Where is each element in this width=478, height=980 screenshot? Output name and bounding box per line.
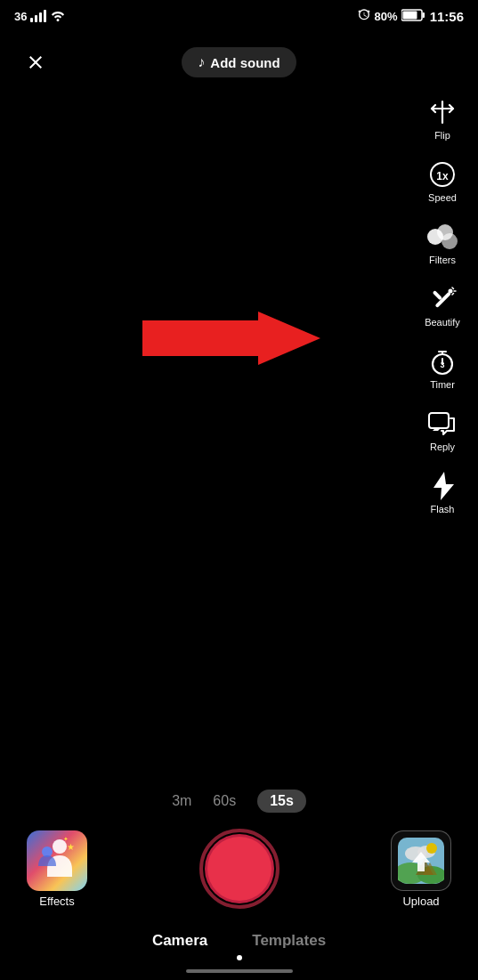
tab-templates-label: Templates (252, 928, 326, 952)
svg-point-7 (442, 233, 458, 249)
record-button[interactable] (199, 829, 280, 909)
sidebar-item-flash[interactable]: Flash (417, 463, 467, 522)
flip-label: Flip (434, 130, 450, 141)
bottom-section: 3m 60s 15s ★ ✦ (0, 779, 478, 980)
arrow-pointer (142, 303, 320, 377)
svg-marker-14 (142, 312, 320, 365)
svg-rect-1 (422, 12, 425, 18)
add-sound-button[interactable]: ♪ Add sound (182, 47, 296, 77)
upload-label: Upload (402, 895, 439, 908)
beautify-icon (426, 283, 458, 315)
tab-camera[interactable]: Camera (152, 932, 207, 950)
signal-bars (30, 10, 46, 22)
speed-label: Speed (428, 192, 457, 203)
home-indicator-bar (0, 962, 478, 980)
sidebar-item-beautify[interactable]: Beautify (417, 276, 467, 335)
status-left: 36 (14, 9, 66, 24)
signal-text: 36 (14, 10, 27, 23)
duration-row: 3m 60s 15s (0, 779, 478, 820)
time-display: 11:56 (430, 9, 464, 24)
active-tab-dot (237, 955, 242, 960)
add-sound-label: Add sound (210, 55, 280, 70)
svg-text:✦: ✦ (63, 836, 69, 842)
filters-icon (426, 221, 458, 253)
sidebar-item-timer[interactable]: 3 Timer (417, 338, 467, 397)
effects-button[interactable]: ★ ✦ Effects (27, 830, 87, 908)
effects-label: Effects (39, 895, 75, 908)
close-button[interactable] (18, 45, 53, 80)
alarm-icon (357, 8, 371, 25)
top-bar: ♪ Add sound (0, 45, 478, 80)
record-outer-ring (199, 829, 280, 909)
battery-icon (401, 9, 425, 24)
flash-icon (426, 470, 458, 502)
timer-label: Timer (430, 379, 455, 390)
upload-button[interactable]: Upload (391, 830, 451, 908)
status-bar: 36 80% 11:56 (0, 0, 478, 32)
speed-icon: 1x (426, 158, 458, 190)
svg-text:1x: 1x (436, 170, 449, 182)
right-sidebar: Flip 1x Speed Filters (417, 89, 467, 522)
music-note-icon: ♪ (198, 54, 205, 70)
tab-camera-label: Camera (152, 928, 207, 952)
effects-icon: ★ ✦ (27, 830, 87, 891)
flip-icon (426, 96, 458, 128)
svg-rect-2 (402, 11, 417, 19)
status-right: 80% 11:56 (357, 8, 464, 25)
duration-60s[interactable]: 60s (213, 793, 236, 809)
svg-rect-13 (429, 413, 449, 428)
sidebar-item-speed[interactable]: 1x Speed (417, 151, 467, 210)
upload-icon (391, 830, 451, 891)
battery-percent: 80% (375, 10, 398, 23)
wifi-icon (50, 9, 66, 24)
svg-text:★: ★ (67, 842, 75, 852)
sidebar-item-flip[interactable]: Flip (417, 89, 467, 148)
filters-label: Filters (429, 255, 456, 265)
camera-controls: ★ ✦ Effects (0, 820, 478, 923)
bottom-tabs: Camera Templates (0, 923, 478, 953)
beautify-label: Beautify (425, 317, 460, 328)
tab-templates[interactable]: Templates (252, 932, 326, 950)
sidebar-item-reply[interactable]: Reply (417, 401, 467, 459)
flash-label: Flash (431, 504, 455, 514)
svg-point-10 (449, 289, 453, 294)
timer-icon: 3 (426, 345, 458, 377)
duration-3m[interactable]: 3m (172, 793, 191, 809)
reply-label: Reply (430, 441, 455, 452)
duration-15s[interactable]: 15s (257, 790, 306, 813)
svg-text:3: 3 (440, 360, 444, 369)
sidebar-item-filters[interactable]: Filters (417, 214, 467, 272)
svg-rect-9 (433, 290, 442, 300)
reply-icon (426, 408, 458, 440)
